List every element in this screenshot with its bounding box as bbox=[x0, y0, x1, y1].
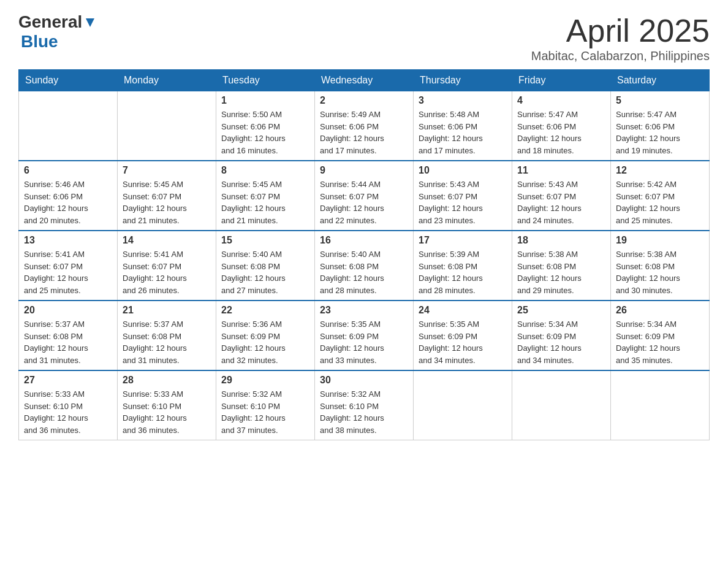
page-header: General Blue April 2025 Mabitac, Calabar… bbox=[18, 12, 710, 63]
day-number: 23 bbox=[320, 305, 408, 316]
title-block: April 2025 Mabitac, Calabarzon, Philippi… bbox=[531, 12, 710, 63]
calendar-cell: 6Sunrise: 5:46 AM Sunset: 6:06 PM Daylig… bbox=[19, 161, 118, 231]
calendar-cell: 18Sunrise: 5:38 AM Sunset: 6:08 PM Dayli… bbox=[512, 231, 611, 301]
day-number: 15 bbox=[221, 235, 309, 246]
logo: General Blue bbox=[18, 12, 97, 52]
calendar-week-1: 1Sunrise: 5:50 AM Sunset: 6:06 PM Daylig… bbox=[19, 91, 710, 161]
day-info: Sunrise: 5:35 AM Sunset: 6:09 PM Dayligh… bbox=[419, 318, 507, 366]
calendar-cell: 11Sunrise: 5:43 AM Sunset: 6:07 PM Dayli… bbox=[512, 161, 611, 231]
calendar-cell bbox=[512, 370, 611, 440]
calendar-cell: 2Sunrise: 5:49 AM Sunset: 6:06 PM Daylig… bbox=[315, 91, 414, 161]
calendar-cell: 13Sunrise: 5:41 AM Sunset: 6:07 PM Dayli… bbox=[19, 231, 118, 301]
day-info: Sunrise: 5:33 AM Sunset: 6:10 PM Dayligh… bbox=[123, 388, 211, 436]
calendar-week-2: 6Sunrise: 5:46 AM Sunset: 6:06 PM Daylig… bbox=[19, 161, 710, 231]
calendar-cell: 9Sunrise: 5:44 AM Sunset: 6:07 PM Daylig… bbox=[315, 161, 414, 231]
day-number: 24 bbox=[419, 305, 507, 316]
day-number: 21 bbox=[123, 305, 211, 316]
day-info: Sunrise: 5:47 AM Sunset: 6:06 PM Dayligh… bbox=[616, 109, 704, 156]
calendar-cell: 4Sunrise: 5:47 AM Sunset: 6:06 PM Daylig… bbox=[512, 91, 611, 161]
svg-marker-0 bbox=[86, 18, 94, 27]
weekday-header-tuesday: Tuesday bbox=[216, 70, 315, 91]
calendar-cell bbox=[118, 91, 216, 161]
day-number: 14 bbox=[123, 235, 211, 246]
weekday-header-thursday: Thursday bbox=[414, 70, 512, 91]
calendar-week-5: 27Sunrise: 5:33 AM Sunset: 6:10 PM Dayli… bbox=[19, 370, 710, 440]
day-info: Sunrise: 5:32 AM Sunset: 6:10 PM Dayligh… bbox=[221, 388, 309, 436]
day-number: 17 bbox=[419, 235, 507, 246]
weekday-header-saturday: Saturday bbox=[611, 70, 710, 91]
day-info: Sunrise: 5:42 AM Sunset: 6:07 PM Dayligh… bbox=[616, 178, 704, 226]
day-number: 13 bbox=[24, 235, 112, 246]
day-info: Sunrise: 5:50 AM Sunset: 6:06 PM Dayligh… bbox=[221, 109, 309, 156]
day-number: 4 bbox=[517, 95, 605, 106]
weekday-header-wednesday: Wednesday bbox=[315, 70, 414, 91]
calendar-cell: 29Sunrise: 5:32 AM Sunset: 6:10 PM Dayli… bbox=[216, 370, 315, 440]
day-number: 11 bbox=[517, 165, 605, 176]
day-info: Sunrise: 5:47 AM Sunset: 6:06 PM Dayligh… bbox=[517, 109, 605, 156]
day-info: Sunrise: 5:39 AM Sunset: 6:08 PM Dayligh… bbox=[419, 248, 507, 296]
calendar-cell: 1Sunrise: 5:50 AM Sunset: 6:06 PM Daylig… bbox=[216, 91, 315, 161]
calendar-cell bbox=[19, 91, 118, 161]
logo-blue: Blue bbox=[20, 32, 58, 52]
weekday-header-friday: Friday bbox=[512, 70, 611, 91]
day-number: 20 bbox=[24, 305, 112, 316]
day-info: Sunrise: 5:37 AM Sunset: 6:08 PM Dayligh… bbox=[24, 318, 112, 366]
day-number: 27 bbox=[24, 375, 112, 386]
day-info: Sunrise: 5:40 AM Sunset: 6:08 PM Dayligh… bbox=[221, 248, 309, 296]
calendar-cell: 10Sunrise: 5:43 AM Sunset: 6:07 PM Dayli… bbox=[414, 161, 512, 231]
calendar-cell: 14Sunrise: 5:41 AM Sunset: 6:07 PM Dayli… bbox=[118, 231, 216, 301]
day-info: Sunrise: 5:43 AM Sunset: 6:07 PM Dayligh… bbox=[419, 178, 507, 226]
logo-triangle-icon bbox=[83, 16, 97, 29]
calendar-cell: 25Sunrise: 5:34 AM Sunset: 6:09 PM Dayli… bbox=[512, 301, 611, 370]
day-number: 3 bbox=[419, 95, 507, 106]
day-number: 28 bbox=[123, 375, 211, 386]
day-info: Sunrise: 5:33 AM Sunset: 6:10 PM Dayligh… bbox=[24, 388, 112, 436]
day-number: 12 bbox=[616, 165, 704, 176]
day-info: Sunrise: 5:35 AM Sunset: 6:09 PM Dayligh… bbox=[320, 318, 408, 366]
day-number: 22 bbox=[221, 305, 309, 316]
day-info: Sunrise: 5:40 AM Sunset: 6:08 PM Dayligh… bbox=[320, 248, 408, 296]
day-number: 18 bbox=[517, 235, 605, 246]
day-number: 2 bbox=[320, 95, 408, 106]
day-number: 7 bbox=[123, 165, 211, 176]
day-number: 16 bbox=[320, 235, 408, 246]
day-info: Sunrise: 5:41 AM Sunset: 6:07 PM Dayligh… bbox=[24, 248, 112, 296]
day-info: Sunrise: 5:38 AM Sunset: 6:08 PM Dayligh… bbox=[616, 248, 704, 296]
day-info: Sunrise: 5:46 AM Sunset: 6:06 PM Dayligh… bbox=[24, 178, 112, 226]
calendar-cell: 20Sunrise: 5:37 AM Sunset: 6:08 PM Dayli… bbox=[19, 301, 118, 370]
calendar-cell: 19Sunrise: 5:38 AM Sunset: 6:08 PM Dayli… bbox=[611, 231, 710, 301]
calendar-cell: 22Sunrise: 5:36 AM Sunset: 6:09 PM Dayli… bbox=[216, 301, 315, 370]
calendar-cell: 30Sunrise: 5:32 AM Sunset: 6:10 PM Dayli… bbox=[315, 370, 414, 440]
day-number: 30 bbox=[320, 375, 408, 386]
page-subtitle: Mabitac, Calabarzon, Philippines bbox=[531, 49, 710, 63]
calendar-cell: 7Sunrise: 5:45 AM Sunset: 6:07 PM Daylig… bbox=[118, 161, 216, 231]
calendar-cell: 26Sunrise: 5:34 AM Sunset: 6:09 PM Dayli… bbox=[611, 301, 710, 370]
calendar-cell: 23Sunrise: 5:35 AM Sunset: 6:09 PM Dayli… bbox=[315, 301, 414, 370]
day-info: Sunrise: 5:49 AM Sunset: 6:06 PM Dayligh… bbox=[320, 109, 408, 156]
calendar-cell: 12Sunrise: 5:42 AM Sunset: 6:07 PM Dayli… bbox=[611, 161, 710, 231]
calendar-cell: 24Sunrise: 5:35 AM Sunset: 6:09 PM Dayli… bbox=[414, 301, 512, 370]
day-number: 5 bbox=[616, 95, 704, 106]
day-info: Sunrise: 5:45 AM Sunset: 6:07 PM Dayligh… bbox=[123, 178, 211, 226]
day-number: 8 bbox=[221, 165, 309, 176]
day-number: 19 bbox=[616, 235, 704, 246]
day-info: Sunrise: 5:34 AM Sunset: 6:09 PM Dayligh… bbox=[517, 318, 605, 366]
day-info: Sunrise: 5:43 AM Sunset: 6:07 PM Dayligh… bbox=[517, 178, 605, 226]
day-info: Sunrise: 5:34 AM Sunset: 6:09 PM Dayligh… bbox=[616, 318, 704, 366]
day-number: 25 bbox=[517, 305, 605, 316]
calendar-body: 1Sunrise: 5:50 AM Sunset: 6:06 PM Daylig… bbox=[19, 91, 710, 440]
day-info: Sunrise: 5:45 AM Sunset: 6:07 PM Dayligh… bbox=[221, 178, 309, 226]
page-title: April 2025 bbox=[531, 12, 710, 49]
day-info: Sunrise: 5:38 AM Sunset: 6:08 PM Dayligh… bbox=[517, 248, 605, 296]
weekday-header-monday: Monday bbox=[118, 70, 216, 91]
logo-general: General bbox=[18, 12, 82, 32]
calendar-week-4: 20Sunrise: 5:37 AM Sunset: 6:08 PM Dayli… bbox=[19, 301, 710, 370]
weekday-header-sunday: Sunday bbox=[19, 70, 118, 91]
calendar-cell: 21Sunrise: 5:37 AM Sunset: 6:08 PM Dayli… bbox=[118, 301, 216, 370]
day-info: Sunrise: 5:44 AM Sunset: 6:07 PM Dayligh… bbox=[320, 178, 408, 226]
day-number: 9 bbox=[320, 165, 408, 176]
calendar-header: SundayMondayTuesdayWednesdayThursdayFrid… bbox=[19, 70, 710, 91]
day-info: Sunrise: 5:36 AM Sunset: 6:09 PM Dayligh… bbox=[221, 318, 309, 366]
calendar-cell: 27Sunrise: 5:33 AM Sunset: 6:10 PM Dayli… bbox=[19, 370, 118, 440]
day-info: Sunrise: 5:37 AM Sunset: 6:08 PM Dayligh… bbox=[123, 318, 211, 366]
